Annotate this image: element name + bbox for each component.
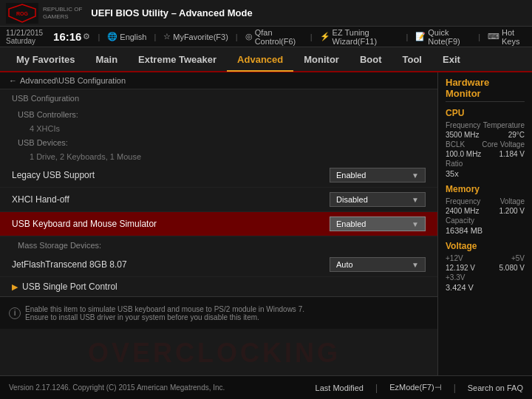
jetflash-dropdown[interactable]: Auto ▼ (330, 257, 426, 272)
dropdown-arrow-icon: ▼ (412, 261, 419, 269)
cpu-freq-val: 3500 MHz (446, 131, 480, 139)
mem-cap-label-row: Capacity (446, 216, 525, 225)
nav-tool[interactable]: Tool (392, 47, 432, 71)
info-text-line1: Enable this item to simulate USB keyboar… (25, 305, 304, 313)
xhci-label: XHCI Hand-off (12, 194, 330, 205)
mem-cap-val: 16384 MB (446, 226, 525, 235)
mem-freq-val: 2400 MHz (446, 207, 480, 215)
language-label: English (120, 33, 146, 41)
mass-storage-section: Mass Storage Devices: (0, 236, 437, 253)
bottom-actions: Last Modified | EzMode(F7)⊣ | Search on … (316, 383, 523, 393)
usb-keyboard-dropdown[interactable]: Enabled ▼ (330, 216, 426, 231)
myfav-button[interactable]: ☆ MyFavorite(F3) (163, 32, 228, 41)
voltage-title: Voltage (446, 241, 525, 251)
cpu-temp-label: Temperature (483, 121, 525, 129)
bottom-bar: Version 2.17.1246. Copyright (C) 2015 Am… (0, 375, 532, 399)
hot-keys-button[interactable]: ⌨ Hot Keys (488, 28, 526, 46)
rog-logo-icon: ROG (6, 3, 38, 24)
xhci-value: Disabled ▼ (330, 192, 426, 207)
nav-advanced[interactable]: Advanced (227, 48, 293, 72)
legacy-usb-row[interactable]: Legacy USB Support Enabled ▼ (0, 163, 437, 188)
qfan-button[interactable]: ◎ Qfan Control(F6) (245, 28, 303, 46)
usb-single-port-label: USB Single Port Control (22, 282, 117, 292)
legacy-usb-dropdown[interactable]: Enabled ▼ (330, 168, 426, 183)
nav-my-favorites[interactable]: My Favorites (6, 47, 85, 71)
v12-label: +12V (446, 254, 463, 262)
cpu-ratio-label: Ratio (446, 160, 463, 168)
usb-controllers-label: USB Controllers: (18, 110, 78, 119)
info-icon: i (9, 307, 21, 319)
cpu-ratio-val: 35x (446, 169, 525, 178)
dropdown-arrow-icon: ▼ (412, 196, 419, 204)
back-arrow-icon[interactable]: ← (9, 76, 17, 85)
mem-freq-val-row: 2400 MHz 1.200 V (446, 207, 525, 215)
info-bar: i Enable this item to simulate USB keybo… (0, 296, 437, 329)
note-icon: 📝 (415, 32, 426, 41)
v5-label: +5V (511, 254, 525, 262)
hotkeys-icon: ⌨ (488, 32, 499, 41)
nav-boot[interactable]: Boot (349, 47, 392, 71)
cpu-ratio-label-row: Ratio (446, 160, 525, 168)
nav-extreme-tweaker[interactable]: Extreme Tweaker (128, 47, 227, 71)
nav-menu: My Favorites Main Extreme Tweaker Advanc… (0, 47, 532, 72)
mass-storage-label: Mass Storage Devices: (18, 241, 101, 250)
time-display: 16:16 (53, 30, 81, 43)
fan-icon: ◎ (245, 32, 253, 41)
cpu-bclk-label-row: BCLK Core Voltage (446, 140, 525, 149)
cpu-temp-val: 29°C (508, 131, 525, 139)
bottom-left: Version 2.17.1246. Copyright (C) 2015 Am… (9, 383, 225, 392)
ez-tuning-button[interactable]: ⚡ EZ Tuning Wizard(F11) (320, 28, 399, 46)
xhci-handoff-row[interactable]: XHCI Hand-off Disabled ▼ (0, 188, 437, 212)
mem-cap-label: Capacity (446, 216, 474, 225)
jetflash-label: JetFlashTranscend 8GB 8.07 (12, 259, 330, 270)
nav-monitor[interactable]: Monitor (293, 47, 349, 71)
v5-val: 5.080 V (499, 264, 525, 272)
memory-section: Memory Frequency Voltage 2400 MHz 1.200 … (446, 184, 525, 235)
dropdown-arrow-icon: ▼ (412, 171, 419, 180)
xhci-dropdown[interactable]: Disabled ▼ (330, 192, 426, 207)
gear-icon[interactable]: ⚙ (83, 32, 90, 41)
v33-label-row: +3.3V (446, 273, 525, 282)
last-modified-button[interactable]: Last Modified (316, 383, 364, 393)
main-layout: ← Advanced\USB Configuration USB Configu… (0, 72, 532, 375)
usb-single-port-row[interactable]: ▶ USB Single Port Control (0, 277, 437, 296)
svg-text:ROG: ROG (16, 11, 29, 16)
star-icon: ☆ (163, 32, 171, 41)
header-bar: ROG REPUBLIC OF GAMERS UEFI BIOS Utility… (0, 0, 532, 27)
usb-keyboard-row[interactable]: USB Keyboard and Mouse Simulator Enabled… (0, 212, 437, 236)
globe-icon: 🌐 (107, 32, 117, 41)
cpu-bclk-label: BCLK (446, 140, 465, 149)
usb-controllers-value: 4 XHCIs (0, 122, 437, 135)
submenu-arrow-icon: ▶ (12, 282, 18, 292)
usb-config-section: USB Configuration (0, 89, 437, 107)
usb-config-label: USB Configuration (12, 94, 79, 103)
usb-devices-value: 1 Drive, 2 Keyboards, 1 Mouse (0, 150, 437, 163)
voltage-section: Voltage +12V +5V 12.192 V 5.080 V +3.3V … (446, 241, 525, 292)
info-text-line2: Ensure to install USB driver in your sys… (25, 313, 304, 321)
usb-devices-label: USB Devices: (18, 138, 68, 147)
usb-devices-item: USB Devices: (0, 135, 437, 150)
v12-val-row: 12.192 V 5.080 V (446, 264, 525, 272)
mem-voltage-label: Voltage (500, 197, 525, 205)
usb-keyboard-label: USB Keyboard and Mouse Simulator (12, 219, 330, 229)
ez-icon: ⚡ (320, 32, 330, 41)
quick-note-button[interactable]: 📝 Quick Note(F9) (415, 28, 471, 46)
language-selector[interactable]: 🌐 English (107, 32, 146, 41)
sidebar-title: Hardware Monitor (446, 77, 525, 102)
logo-area: ROG REPUBLIC OF GAMERS (6, 3, 82, 24)
date-text: 11/21/2015Saturday (6, 29, 43, 45)
cpu-freq-row: Frequency Temperature (446, 121, 525, 129)
search-faq-button[interactable]: Search on FAQ (468, 383, 523, 393)
cpu-bclk-val-row: 100.0 MHz 1.184 V (446, 150, 525, 158)
nav-main[interactable]: Main (85, 47, 128, 71)
jetflash-value: Auto ▼ (330, 257, 426, 272)
bios-title: UEFI BIOS Utility – Advanced Mode (91, 7, 252, 18)
ez-mode-button[interactable]: EzMode(F7)⊣ (389, 383, 442, 393)
cpu-bclk-val: 100.0 MHz (446, 150, 481, 158)
nav-exit[interactable]: Exit (432, 47, 471, 71)
cpu-section: CPU Frequency Temperature 3500 MHz 29°C … (446, 108, 525, 178)
toolbar: 11/21/2015Saturday 16:16 ⚙ | 🌐 English |… (0, 27, 532, 47)
jetflash-row[interactable]: JetFlashTranscend 8GB 8.07 Auto ▼ (0, 253, 437, 277)
cpu-voltage-label: Core Voltage (482, 140, 525, 149)
cpu-voltage-val: 1.184 V (499, 150, 525, 158)
